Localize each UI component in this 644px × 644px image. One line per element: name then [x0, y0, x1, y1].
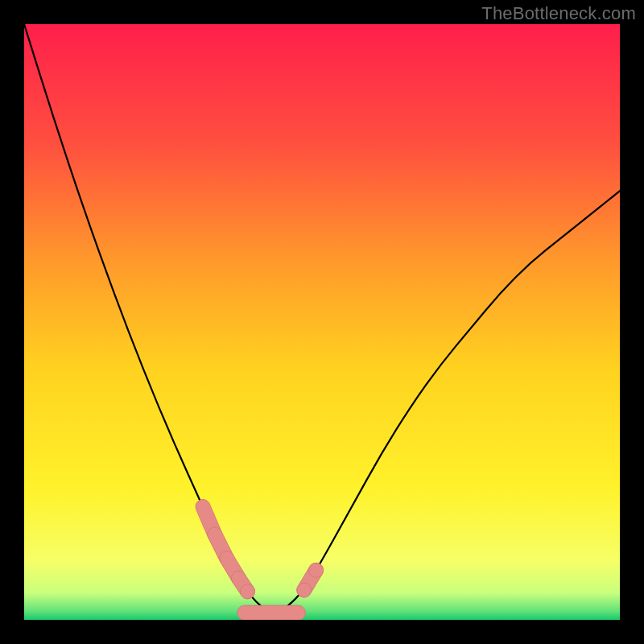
- watermark-text: TheBottleneck.com: [481, 3, 636, 24]
- gradient-background: [24, 24, 620, 620]
- bottleneck-chart: [24, 24, 620, 620]
- plot-area: [24, 24, 620, 620]
- marker-capsule: [237, 605, 306, 620]
- marker-dot: [297, 583, 312, 597]
- chart-frame: TheBottleneck.com: [0, 0, 644, 644]
- marker-dot: [241, 584, 255, 599]
- marker-dot: [309, 563, 324, 577]
